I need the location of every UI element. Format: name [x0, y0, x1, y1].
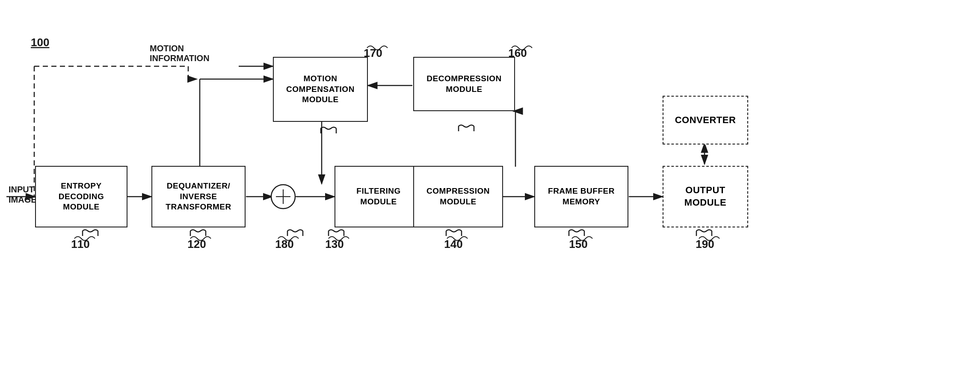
- converter-module: CONVERTER: [663, 96, 748, 144]
- compression-module: COMPRESSIONMODULE: [413, 166, 503, 227]
- motion-info-label2: INFORMATION: [150, 53, 210, 63]
- motion-compensation-module: MOTIONCOMPENSATIONMODULE: [273, 57, 368, 122]
- input-image-label: INPUT: [9, 185, 34, 194]
- ref-100: 100: [31, 36, 49, 49]
- diagram-container: 110 120 170 180 130 160 140 150 190 100 …: [0, 0, 980, 392]
- filtering-module: FILTERINGMODULE: [335, 166, 423, 227]
- input-image-label2: IMAGE: [9, 195, 37, 204]
- dequantizer-module: DEQUANTIZER/INVERSETRANSFORMER: [151, 166, 246, 227]
- decompression-module: DECOMPRESSIONMODULE: [413, 57, 515, 111]
- frame-buffer-memory: FRAME BUFFERMEMORY: [534, 166, 628, 227]
- entropy-decoding-module: ENTROPYDECODINGMODULE: [35, 166, 127, 227]
- output-module: OUTPUTMODULE: [663, 166, 748, 227]
- motion-info-label1: MOTION: [150, 44, 184, 53]
